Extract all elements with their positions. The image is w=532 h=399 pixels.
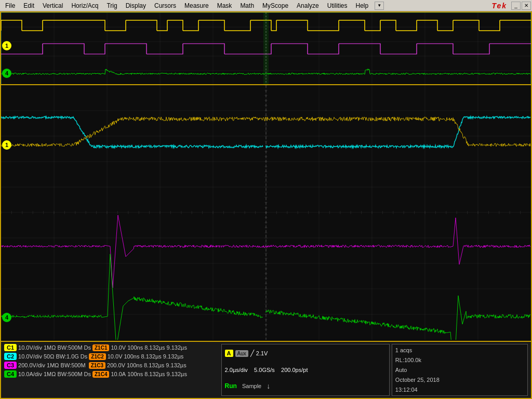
menu-math[interactable]: Math [236, 1, 258, 10]
ch4-bw: BW:500M [57, 371, 82, 377]
menu-cursors[interactable]: Cursors [150, 1, 180, 10]
ch3-time-ref: 100ns [127, 362, 142, 368]
menu-file[interactable]: File [1, 1, 19, 10]
ch4-info: C4 10.0A/div 1MΩ BW:500M Ds Z1C4 10.0A 1… [4, 370, 219, 378]
ch2-time-ref: 100ns [124, 353, 140, 360]
ch3-z-badge: Z1C3 [89, 362, 105, 369]
ch3-bw: BW:500M [61, 362, 86, 368]
acq-count: 1 acqs [395, 347, 412, 353]
ch4-impedance: 1MΩ [44, 371, 56, 377]
ch2-time2: 9.132µs [163, 353, 183, 360]
main-ch4-marker: 4 [2, 313, 11, 322]
menu-trig[interactable]: Trig [102, 1, 121, 10]
ch1-volts-div: 10.0V/div [18, 344, 42, 351]
ch3-impedance: 1MΩ [47, 362, 59, 368]
trigger-section: A Aux ╱ 2.1V [225, 350, 268, 357]
menu-display[interactable]: Display [122, 1, 150, 10]
close-button[interactable]: ✕ [522, 2, 531, 10]
ch3-time2: 9.132µs [166, 362, 186, 368]
ch1-bw: BW:500M [57, 344, 82, 351]
main-section: 1 4 [1, 85, 531, 341]
overview-section: 1 4 [1, 12, 531, 85]
menu-myscope[interactable]: MyScope [258, 1, 292, 10]
channel-info-panel: C1 10.0V/div 1MΩ BW:500M Ds Z1C1 10.0V 1… [4, 344, 219, 396]
oscilloscope-main: 1 4 1 4 C1 10.0V/div 1MΩ BW:500M Ds Z1 [0, 11, 532, 399]
menu-analyze[interactable]: Analyze [292, 1, 323, 10]
menu-edit[interactable]: Edit [19, 1, 38, 10]
menu-dropdown-button[interactable]: ▼ [375, 2, 384, 10]
trigger-voltage: 2.1V [256, 350, 268, 356]
rl-info: RL:100.0k [395, 357, 421, 363]
ch3-time1: 8.132µs [144, 362, 164, 368]
menu-vertical[interactable]: Vertical [38, 1, 67, 10]
main-ch1-marker: 1 [2, 140, 11, 150]
ch3-badge[interactable]: C3 [4, 362, 17, 369]
acq-info-panel: 1 acqs RL:100.0k Auto October 25, 2018 1… [392, 344, 528, 396]
ch3-z-voltage: 200.0V [107, 362, 125, 368]
overview-ch4-marker: 4 [2, 69, 11, 78]
ch2-coupling: Ds [81, 353, 87, 360]
trigger-source-badge: Aux [235, 350, 248, 357]
ch2-volts-div: 10.0V/div [18, 353, 42, 360]
date-display: October 25, 2018 [395, 377, 440, 383]
ch1-impedance: 1MΩ [44, 344, 56, 351]
trigger-slope-icon: ╱ [250, 350, 254, 357]
ch2-impedance: 50Ω [44, 353, 54, 360]
timebase-info: 2.0µs/div 5.0GS/s 200.0ps/pt [225, 367, 308, 373]
sample-rate-value: 5.0GS/s [254, 367, 275, 373]
auto-info: Auto [395, 367, 407, 373]
menu-help[interactable]: Help [351, 1, 373, 10]
menu-measure[interactable]: Measure [180, 1, 213, 10]
ch2-info: C2 10.0V/div 50Ω BW:1.0G Ds Z1C2 10.0V 1… [4, 353, 219, 360]
ch2-badge[interactable]: C2 [4, 353, 17, 360]
ch4-z-badge: Z1C4 [92, 371, 109, 378]
ch4-time2: 9.132µs [167, 371, 187, 377]
waveform-display: 1 4 1 4 [1, 12, 531, 341]
minimize-button[interactable]: _ [511, 2, 521, 10]
menu-utilities[interactable]: Utilities [323, 1, 352, 10]
ch2-bw: BW:1.0G [56, 353, 78, 360]
trigger-timebase-panel: A Aux ╱ 2.1V 2.0µs/div 5.0GS/s 200.0ps/p… [221, 344, 390, 396]
ch2-time1: 8.132µs [141, 353, 161, 360]
ch4-z-voltage: 10.0A [111, 371, 126, 377]
ch3-volts-div: 200.0V/div [18, 362, 45, 368]
record-value: 200.0ps/pt [281, 367, 308, 373]
menu-mask[interactable]: Mask [213, 1, 236, 10]
time-div-value: 2.0µs/div [225, 367, 248, 373]
ch4-coupling: Ds [84, 371, 91, 377]
menubar: File Edit Vertical Horiz/Acq Trig Displa… [0, 0, 532, 11]
ch3-info: C3 200.0V/div 1MΩ BW:500M Z1C3 200.0V 10… [4, 362, 219, 369]
ch2-z-voltage: 10.0V [108, 353, 123, 360]
ch1-z-voltage: 10.0V [111, 344, 126, 351]
overview-ch1-marker: 1 [2, 41, 11, 50]
menu-horiz-acq[interactable]: Horiz/Acq [67, 1, 102, 10]
ch1-time2: 9.132µs [167, 344, 187, 351]
window-controls: _ ✕ [511, 2, 531, 10]
ch1-info: C1 10.0V/div 1MΩ BW:500M Ds Z1C1 10.0V 1… [4, 344, 219, 351]
status-bar: C1 10.0V/div 1MΩ BW:500M Ds Z1C1 10.0V 1… [1, 341, 531, 398]
sample-mode: Sample [242, 383, 261, 389]
status-row2: C1 10.0V/div 1MΩ BW:500M Ds Z1C1 10.0V 1… [4, 344, 528, 396]
ch1-badge[interactable]: C1 [4, 344, 17, 351]
time-display: 13:12:04 [395, 387, 418, 393]
ch1-coupling: Ds [84, 344, 91, 351]
tek-logo: Tek [491, 2, 507, 10]
ch1-time-ref: 100ns [127, 344, 143, 351]
trigger-mode-badge: A [225, 350, 233, 357]
ch1-z-badge: Z1C1 [92, 344, 109, 351]
ch4-time1: 8.132µs [144, 371, 165, 377]
ch4-volts-div: 10.0A/div [18, 371, 42, 377]
acq-arrow: ↓ [267, 382, 270, 390]
ch4-badge[interactable]: C4 [4, 370, 17, 378]
run-status: Run [225, 382, 237, 390]
ch1-time1: 8.132µs [144, 344, 165, 351]
ch2-z-badge: Z1C2 [89, 353, 105, 360]
ch4-time-ref: 100ns [127, 371, 143, 377]
